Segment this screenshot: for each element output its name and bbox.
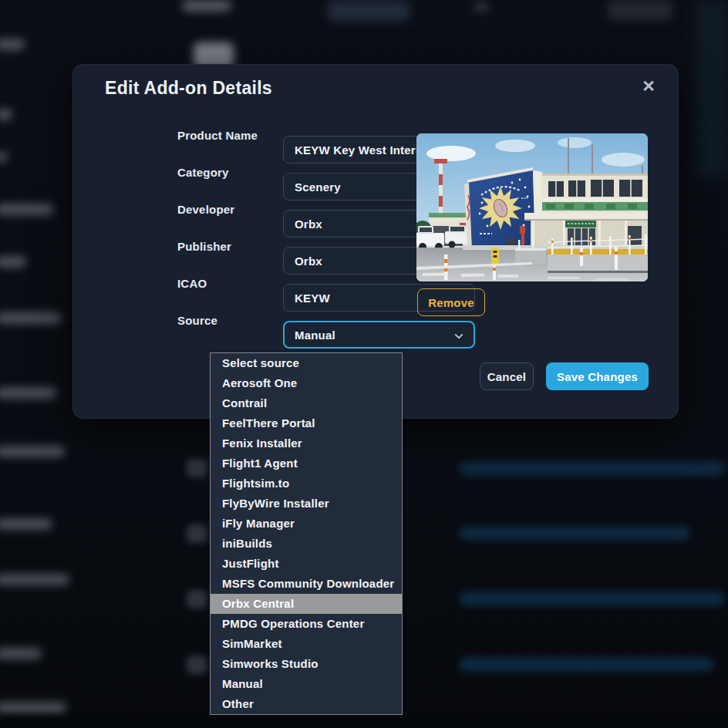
blurred-row-text (0, 518, 52, 530)
chevron-down-icon (454, 330, 463, 339)
blurred-link-text (459, 592, 725, 606)
label-product-name: Product Name (177, 122, 258, 150)
label-icao: ICAO (177, 270, 207, 298)
blurred-dot (474, 3, 489, 11)
source-option[interactable]: Aerosoft One (211, 373, 402, 393)
source-dropdown-list: Select sourceAerosoft OneContrailFeelThe… (210, 352, 403, 715)
close-icon[interactable]: ✕ (637, 75, 660, 98)
blurred-panel (696, 0, 728, 177)
source-option[interactable]: FeelThere Portal (211, 413, 402, 433)
blurred-row-text (0, 648, 42, 659)
source-option[interactable]: Contrail (211, 393, 402, 413)
label-publisher: Publisher (177, 233, 231, 261)
label-developer: Developer (177, 196, 234, 224)
blurred-row-text (0, 312, 62, 324)
blurred-row-text (0, 446, 65, 457)
source-option[interactable]: Flight1 Agent (211, 453, 402, 474)
source-select[interactable]: Manual (283, 321, 475, 349)
blurred-link-text (459, 657, 713, 672)
blurred-row-text (0, 574, 69, 585)
modal-title: Edit Add-on Details (105, 78, 272, 99)
source-option[interactable]: PMDG Operations Center (211, 614, 402, 634)
blurred-row-text (0, 39, 25, 50)
category-select-value: Scenery (295, 180, 341, 194)
source-option[interactable]: MSFS Community Downloader (211, 574, 402, 594)
airport-photo-graphic (416, 133, 648, 281)
source-option[interactable]: iFly Manager (211, 514, 402, 534)
source-select-value: Manual (295, 329, 335, 342)
blurred-icon-button (187, 590, 207, 608)
source-option[interactable]: Orbx Central (211, 594, 402, 614)
source-option[interactable]: FlyByWire Installer (211, 494, 402, 514)
blurred-row-text (0, 151, 8, 163)
save-changes-button[interactable]: Save Changes (546, 362, 649, 390)
source-option[interactable]: Simworks Studio (211, 654, 402, 674)
remove-image-button[interactable]: Remove (417, 288, 485, 316)
blurred-row-text (0, 702, 66, 713)
source-option[interactable]: Manual (211, 674, 402, 694)
source-option[interactable]: Fenix Installer (211, 433, 402, 453)
blurred-link-text (459, 461, 725, 476)
blurred-row-text (0, 109, 12, 120)
blurred-row-text (0, 387, 57, 399)
blurred-panel (608, 0, 672, 20)
blurred-icon-button (187, 656, 207, 674)
blurred-bottom-bar (0, 717, 728, 728)
source-option[interactable]: iniBuilds (211, 534, 402, 554)
source-option[interactable]: JustFlight (211, 554, 402, 574)
blurred-icon-button (187, 524, 207, 543)
blurred-icon-button (187, 459, 207, 477)
source-option[interactable]: SimMarket (211, 634, 402, 654)
source-option[interactable]: Other (211, 694, 402, 714)
blurred-row-text (0, 256, 26, 268)
source-option[interactable]: Select source (211, 353, 402, 373)
label-category: Category (177, 159, 229, 187)
addon-thumbnail-image (416, 133, 648, 281)
blurred-row-text (0, 204, 54, 215)
cancel-button[interactable]: Cancel (480, 362, 534, 390)
blurred-panel (328, 0, 410, 22)
blurred-link-text (459, 526, 690, 541)
blurred-button (182, 0, 231, 12)
source-option[interactable]: Flightsim.to (211, 474, 402, 494)
label-source: Source (177, 307, 217, 335)
